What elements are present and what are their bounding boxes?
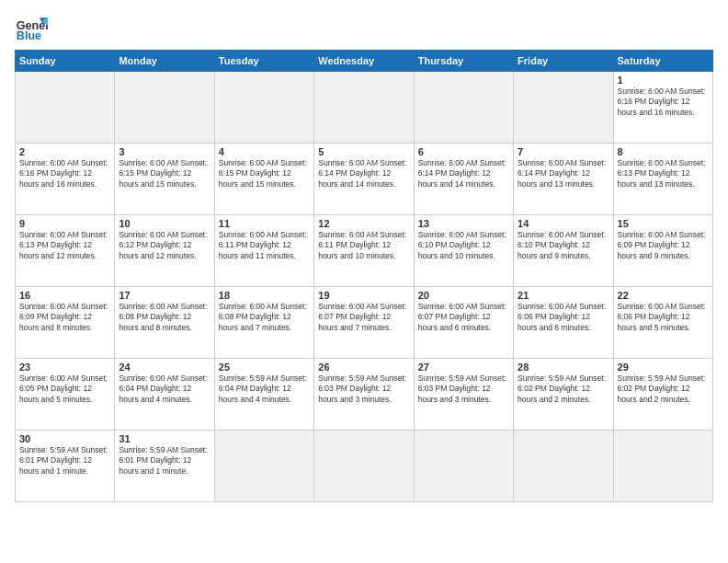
day-number: 16 [19, 290, 110, 301]
calendar-week-row: 1Sunrise: 6:00 AM Sunset: 6:16 PM Daylig… [16, 72, 713, 144]
calendar-day-cell: 10Sunrise: 6:00 AM Sunset: 6:12 PM Dayli… [115, 215, 214, 287]
day-info: Sunrise: 6:00 AM Sunset: 6:13 PM Dayligh… [19, 230, 110, 261]
calendar-day-cell [613, 431, 712, 502]
day-number: 3 [119, 146, 210, 157]
day-number: 6 [418, 146, 509, 157]
day-number: 22 [618, 290, 709, 301]
calendar-day-cell: 30Sunrise: 5:59 AM Sunset: 6:01 PM Dayli… [16, 431, 115, 502]
day-info: Sunrise: 6:00 AM Sunset: 6:13 PM Dayligh… [618, 158, 709, 190]
day-number: 17 [119, 290, 210, 301]
day-info: Sunrise: 6:00 AM Sunset: 6:09 PM Dayligh… [618, 230, 709, 261]
day-number: 26 [318, 362, 409, 373]
calendar-day-cell: 18Sunrise: 6:00 AM Sunset: 6:08 PM Dayli… [214, 287, 313, 359]
calendar-day-cell: 11Sunrise: 6:00 AM Sunset: 6:11 PM Dayli… [214, 215, 313, 287]
calendar-day-cell: 4Sunrise: 6:00 AM Sunset: 6:15 PM Daylig… [214, 144, 313, 215]
day-number: 31 [119, 433, 210, 444]
calendar-day-cell [514, 72, 613, 144]
day-number: 4 [219, 146, 310, 157]
day-info: Sunrise: 5:59 AM Sunset: 6:01 PM Dayligh… [119, 445, 210, 477]
calendar-day-cell [115, 72, 214, 144]
day-info: Sunrise: 6:00 AM Sunset: 6:15 PM Dayligh… [119, 158, 210, 190]
calendar-week-row: 16Sunrise: 6:00 AM Sunset: 6:09 PM Dayli… [16, 287, 713, 359]
day-number: 28 [518, 362, 609, 373]
calendar-day-cell: 6Sunrise: 6:00 AM Sunset: 6:14 PM Daylig… [414, 144, 513, 215]
svg-text:Blue: Blue [17, 29, 41, 42]
day-number: 13 [418, 218, 509, 229]
day-info: Sunrise: 6:00 AM Sunset: 6:12 PM Dayligh… [119, 230, 210, 261]
day-number: 14 [518, 218, 609, 229]
weekday-header: Tuesday [214, 51, 313, 72]
calendar-table: SundayMondayTuesdayWednesdayThursdayFrid… [15, 50, 713, 502]
header: General Blue [15, 11, 713, 44]
weekday-row: SundayMondayTuesdayWednesdayThursdayFrid… [16, 51, 713, 72]
day-info: Sunrise: 6:00 AM Sunset: 6:15 PM Dayligh… [219, 158, 310, 190]
calendar-day-cell: 17Sunrise: 6:00 AM Sunset: 6:08 PM Dayli… [115, 287, 214, 359]
day-info: Sunrise: 6:00 AM Sunset: 6:09 PM Dayligh… [19, 302, 110, 333]
day-number: 15 [618, 218, 709, 229]
calendar-day-cell: 2Sunrise: 6:00 AM Sunset: 6:16 PM Daylig… [16, 144, 115, 215]
day-info: Sunrise: 6:00 AM Sunset: 6:04 PM Dayligh… [119, 373, 210, 405]
weekday-header: Thursday [414, 51, 513, 72]
calendar-day-cell: 21Sunrise: 6:00 AM Sunset: 6:06 PM Dayli… [514, 287, 613, 359]
day-info: Sunrise: 6:00 AM Sunset: 6:11 PM Dayligh… [219, 230, 310, 261]
calendar-day-cell: 13Sunrise: 6:00 AM Sunset: 6:10 PM Dayli… [414, 215, 513, 287]
calendar-day-cell: 7Sunrise: 6:00 AM Sunset: 6:14 PM Daylig… [514, 144, 613, 215]
calendar-day-cell: 29Sunrise: 5:59 AM Sunset: 6:02 PM Dayli… [613, 359, 712, 431]
day-number: 21 [518, 290, 609, 301]
calendar-day-cell: 8Sunrise: 6:00 AM Sunset: 6:13 PM Daylig… [613, 144, 712, 215]
day-info: Sunrise: 6:00 AM Sunset: 6:16 PM Dayligh… [618, 86, 709, 118]
page: General Blue SundayMondayTuesdayWednesda… [0, 0, 728, 563]
calendar-day-cell [414, 72, 513, 144]
logo: General Blue [15, 11, 48, 44]
day-number: 25 [219, 362, 310, 373]
calendar-day-cell [514, 431, 613, 502]
day-number: 8 [618, 146, 709, 157]
calendar-day-cell [314, 431, 414, 502]
calendar-day-cell [314, 72, 414, 144]
day-number: 27 [418, 362, 509, 373]
day-number: 29 [618, 362, 709, 373]
calendar-week-row: 23Sunrise: 6:00 AM Sunset: 6:05 PM Dayli… [16, 359, 713, 431]
calendar-header: SundayMondayTuesdayWednesdayThursdayFrid… [16, 51, 713, 72]
day-info: Sunrise: 6:00 AM Sunset: 6:07 PM Dayligh… [318, 302, 409, 333]
calendar-day-cell: 19Sunrise: 6:00 AM Sunset: 6:07 PM Dayli… [314, 287, 414, 359]
day-info: Sunrise: 6:00 AM Sunset: 6:05 PM Dayligh… [19, 373, 110, 405]
calendar-day-cell: 14Sunrise: 6:00 AM Sunset: 6:10 PM Dayli… [514, 215, 613, 287]
weekday-header: Sunday [16, 51, 115, 72]
calendar-day-cell: 5Sunrise: 6:00 AM Sunset: 6:14 PM Daylig… [314, 144, 414, 215]
day-info: Sunrise: 6:00 AM Sunset: 6:08 PM Dayligh… [119, 302, 210, 333]
day-info: Sunrise: 6:00 AM Sunset: 6:14 PM Dayligh… [518, 158, 609, 190]
day-number: 24 [119, 362, 210, 373]
day-info: Sunrise: 6:00 AM Sunset: 6:08 PM Dayligh… [219, 302, 310, 333]
calendar-day-cell: 23Sunrise: 6:00 AM Sunset: 6:05 PM Dayli… [16, 359, 115, 431]
day-number: 18 [219, 290, 310, 301]
calendar-day-cell: 3Sunrise: 6:00 AM Sunset: 6:15 PM Daylig… [115, 144, 214, 215]
day-info: Sunrise: 6:00 AM Sunset: 6:14 PM Dayligh… [418, 158, 509, 190]
calendar-day-cell: 28Sunrise: 5:59 AM Sunset: 6:02 PM Dayli… [514, 359, 613, 431]
day-number: 5 [318, 146, 409, 157]
calendar-day-cell: 24Sunrise: 6:00 AM Sunset: 6:04 PM Dayli… [115, 359, 214, 431]
calendar-day-cell [414, 431, 513, 502]
day-info: Sunrise: 5:59 AM Sunset: 6:02 PM Dayligh… [618, 373, 709, 405]
calendar-day-cell: 15Sunrise: 6:00 AM Sunset: 6:09 PM Dayli… [613, 215, 712, 287]
day-info: Sunrise: 6:00 AM Sunset: 6:10 PM Dayligh… [418, 230, 509, 261]
day-info: Sunrise: 6:00 AM Sunset: 6:16 PM Dayligh… [19, 158, 110, 190]
day-info: Sunrise: 6:00 AM Sunset: 6:07 PM Dayligh… [418, 302, 509, 333]
day-info: Sunrise: 6:00 AM Sunset: 6:14 PM Dayligh… [318, 158, 409, 190]
calendar-day-cell: 27Sunrise: 5:59 AM Sunset: 6:03 PM Dayli… [414, 359, 513, 431]
day-number: 9 [19, 218, 110, 229]
calendar-day-cell: 9Sunrise: 6:00 AM Sunset: 6:13 PM Daylig… [16, 215, 115, 287]
calendar-day-cell: 12Sunrise: 6:00 AM Sunset: 6:11 PM Dayli… [314, 215, 414, 287]
calendar-day-cell: 20Sunrise: 6:00 AM Sunset: 6:07 PM Dayli… [414, 287, 513, 359]
calendar-day-cell [214, 72, 313, 144]
calendar-day-cell: 31Sunrise: 5:59 AM Sunset: 6:01 PM Dayli… [115, 431, 214, 502]
logo-icon: General Blue [15, 11, 48, 44]
day-info: Sunrise: 5:59 AM Sunset: 6:03 PM Dayligh… [418, 373, 509, 405]
calendar-day-cell: 26Sunrise: 5:59 AM Sunset: 6:03 PM Dayli… [314, 359, 414, 431]
calendar-day-cell: 16Sunrise: 6:00 AM Sunset: 6:09 PM Dayli… [16, 287, 115, 359]
day-number: 11 [219, 218, 310, 229]
calendar-day-cell [16, 72, 115, 144]
day-info: Sunrise: 5:59 AM Sunset: 6:04 PM Dayligh… [219, 373, 310, 405]
calendar-day-cell: 25Sunrise: 5:59 AM Sunset: 6:04 PM Dayli… [214, 359, 313, 431]
day-number: 20 [418, 290, 509, 301]
